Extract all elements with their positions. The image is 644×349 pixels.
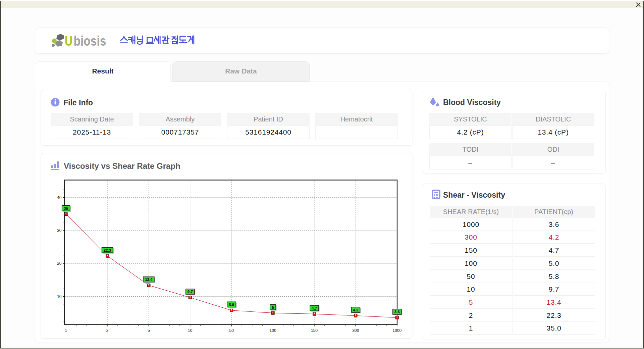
svg-text:13.4: 13.4 (145, 278, 153, 282)
svg-text:50: 50 (229, 328, 234, 333)
svg-text:3.6: 3.6 (394, 310, 400, 314)
svg-text:biosis: biosis (74, 34, 106, 48)
svg-text:9.7: 9.7 (187, 290, 193, 294)
svg-text:35: 35 (64, 206, 68, 210)
svg-text:5: 5 (148, 328, 150, 333)
svg-text:10: 10 (188, 328, 193, 333)
svg-text:100: 100 (270, 328, 276, 333)
svg-text:5: 5 (272, 305, 274, 309)
svg-text:5.8: 5.8 (229, 303, 234, 307)
svg-text:300: 300 (352, 328, 359, 333)
svg-text:150: 150 (311, 328, 318, 333)
svg-text:10: 10 (57, 294, 62, 299)
svg-text:4.2: 4.2 (353, 308, 358, 312)
svg-text:22.3: 22.3 (104, 248, 111, 252)
svg-text:20: 20 (57, 261, 62, 266)
svg-text:40: 40 (57, 195, 62, 200)
svg-text:U: U (65, 33, 72, 49)
svg-text:1000: 1000 (392, 328, 401, 333)
svg-text:30: 30 (57, 228, 62, 233)
svg-text:1: 1 (65, 328, 67, 333)
svg-text:4.7: 4.7 (312, 306, 317, 310)
svg-text:2: 2 (106, 328, 109, 333)
